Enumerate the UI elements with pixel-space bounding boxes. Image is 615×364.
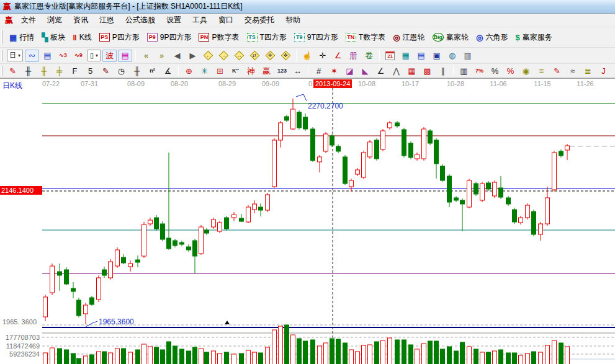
volume-bar [77,358,81,364]
menu-settings[interactable]: 设置 [161,13,187,27]
notebook-button[interactable]: ▤ [414,50,428,62]
gann-grid-gold-tool-2[interactable]: ╪ [52,64,66,77]
j-slope-tool[interactable]: J [596,64,611,77]
diamond-expand-button[interactable]: ✜ [279,50,293,62]
shen-grid-tool[interactable]: 神 [244,64,258,77]
draw-brush-tool[interactable]: ✎ [6,64,20,77]
t-square-button[interactable]: TST四方形 [243,30,290,45]
calendar-button[interactable]: 21 [383,50,397,62]
toolbar-grip[interactable] [1,66,2,75]
gann-tool-purple-button[interactable]: 册 [346,50,361,62]
percent-line-tool[interactable]: % [503,64,518,77]
circle-cross-tool[interactable]: ⊕ [182,64,196,77]
toolbar-grip[interactable] [1,30,3,44]
menu-trade[interactable]: 交易委托 [239,13,280,27]
grid-red-tool-1[interactable]: ▦ [405,64,419,77]
candle-body [375,140,379,159]
volume-bar [109,353,113,364]
quotes-button[interactable]: ▦行情 [6,30,38,45]
p-square-button[interactable]: PSP四方形 [96,30,143,45]
menu-browse[interactable]: 浏览 [42,13,68,27]
info-note-button[interactable]: ▤ [40,50,55,62]
percent-tool[interactable]: % [488,64,502,77]
n-square-tool[interactable]: n² [145,64,159,77]
winner-wheel-button[interactable]: Big赢家轮 [429,30,473,45]
menu-gann[interactable]: 江恩 [94,13,120,27]
frame-tool[interactable]: # [312,64,326,77]
nav-prev-button[interactable]: ◀ [170,50,184,62]
9t-square-button[interactable]: T99T四方形 [290,30,342,45]
grid-red-tool-2[interactable]: ▩ [420,64,434,77]
wave-9-button[interactable]: ∿9 [71,50,86,62]
diamond-swap-button[interactable]: ⇄ [248,50,262,62]
gold-lines-tool[interactable]: ≡ [534,64,549,77]
wave-3-button[interactable]: ∿3 [56,50,70,62]
parallel-lines-tool[interactable]: ∥ [436,64,450,77]
sectors-button[interactable]: ▚板块 [38,30,69,45]
gann-grid-f-tool[interactable]: F [68,64,82,77]
angle-ruler-tool[interactable]: ∡ [161,64,175,77]
gann-wheel-button[interactable]: ◎江恩轮 [389,30,428,45]
wave-lines-tool[interactable]: ≈ [565,64,580,77]
f-slope-tool[interactable]: F [612,64,615,77]
gann-grid-gold-tool-1[interactable]: ╫ [37,64,51,77]
toolbar-grip[interactable] [1,50,3,61]
gann-tool-green-button[interactable]: 卷 [362,50,376,62]
data-export-button[interactable]: ◍ [445,50,459,62]
chart-area[interactable]: 日K线 2013-09-24 2146.1400 1965. 3600 2270… [0,78,615,364]
gann-clock-tool[interactable]: ◷ [114,64,128,77]
menu-window[interactable]: 窗口 [213,13,239,27]
hexagon-button-label: 六角形 [485,32,508,43]
pan-hand-button[interactable]: ☝ [300,50,314,62]
zigzag-tool[interactable]: ⋀ [389,64,403,77]
box-fan-purple-tool[interactable]: ◪ [343,64,357,77]
nav-next-button[interactable]: ▶ [186,50,200,62]
calculator-button[interactable]: ▦ [398,50,413,62]
hexagon-button[interactable]: ◎六角形 [472,30,511,45]
winner-service-button[interactable]: $赢家服务 [511,30,555,45]
diamond-cross-button[interactable]: ✛ [263,50,277,62]
print-button[interactable]: ▥ [460,50,475,62]
crosshair-button[interactable]: ✛ [315,50,330,62]
kline-chart-canvas[interactable] [0,79,615,364]
gann-brush-grid-tool[interactable]: ✎ [99,64,113,77]
free-draw-tool[interactable]: ∾ [25,50,39,62]
scale-bars-tool[interactable]: ▥ [457,64,471,77]
gold-circle-tool[interactable]: ◉ [519,64,533,77]
width-arrow-tool[interactable]: ↔ [290,64,305,77]
diamond-left-button[interactable]: ← [201,50,215,62]
gann-spiral-tool[interactable]: 5 [83,64,97,77]
menu-tools[interactable]: 工具 [187,13,213,27]
angle-lines-tool[interactable]: ∠ [374,64,388,77]
gann-grid-tool-2[interactable]: ╫ [130,64,144,77]
nav-first-button[interactable]: « [139,50,153,62]
box-grid-tool[interactable]: ⊞ [213,64,227,77]
ray-fan-tool[interactable]: ✶ [327,64,341,77]
menu-help[interactable]: 帮助 [280,13,306,27]
angle-measure-button[interactable]: ∠ [331,50,345,62]
candle-style-selector[interactable]: ▯▾ [88,50,101,61]
volume-profile-button[interactable]: ▤ [118,50,132,62]
percent-7-tool[interactable]: 7% [472,64,487,77]
wave-tool-button[interactable]: 波 [102,50,117,62]
menu-news[interactable]: 资讯 [68,13,94,27]
save-button[interactable]: ▣ [429,50,444,62]
nav-last-button[interactable]: » [155,50,169,62]
gann-grid-tool-1[interactable]: ╫ [21,64,35,77]
win-grid-tool[interactable]: 赢 [259,64,274,77]
ruler-123-tool[interactable]: 123 [275,64,289,77]
diamond-hrange-button[interactable]: ↔ [232,50,246,62]
9p-square-button[interactable]: P99P四方形 [143,30,195,45]
t-table-button[interactable]: TNT数字表 [342,30,389,45]
gold-lines-tool-2[interactable]: ≣ [581,64,595,77]
menu-formula-stock-pick[interactable]: 公式选股 [120,13,161,27]
star-grid-tool[interactable]: ✳ [197,64,212,77]
pencil-flag-tool[interactable]: ✎ [550,64,564,77]
menu-file[interactable]: 文件 [16,13,42,27]
fan-purple-tool[interactable]: ◣ [358,64,372,77]
kline-button[interactable]: ‖K线 [69,30,95,45]
period-selector[interactable]: 日▾ [7,50,23,61]
k-mark-tool[interactable]: K″ [228,64,243,77]
p-table-button[interactable]: PNP数字表 [195,30,243,45]
diamond-right-button[interactable]: → [217,50,231,62]
